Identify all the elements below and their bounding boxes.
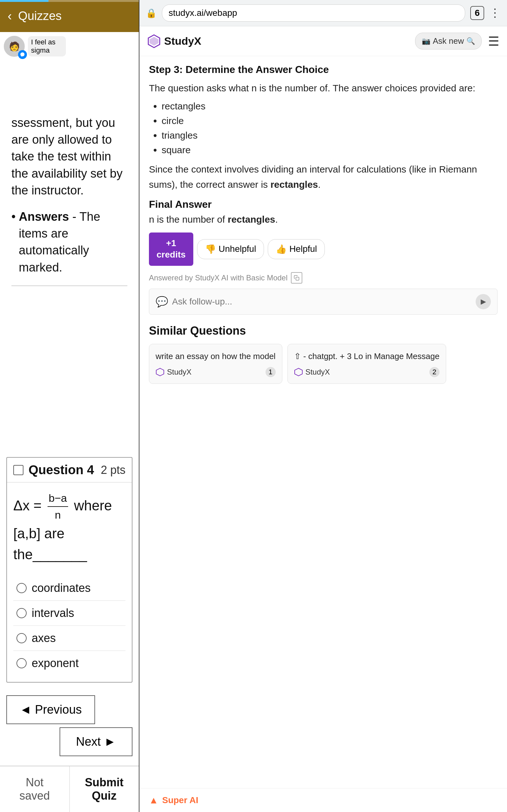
answer-option-1[interactable]: coordinates bbox=[13, 576, 125, 601]
final-answer-title: Final Answer bbox=[149, 199, 498, 210]
step-intro: The question asks what n is the number o… bbox=[149, 81, 498, 96]
svg-marker-4 bbox=[295, 368, 302, 376]
lock-icon: 🔒 bbox=[146, 8, 157, 18]
url-bar[interactable]: studyx.ai/webapp bbox=[162, 4, 465, 21]
context-end: . bbox=[318, 179, 321, 190]
right-panel: 🔒 studyx.ai/webapp 6 ⋮ StudyX 📷 Ask new … bbox=[139, 0, 507, 812]
answer-option-3[interactable]: axes bbox=[13, 626, 125, 651]
final-answer-bold: rectangles bbox=[228, 214, 275, 224]
follow-up-bar[interactable]: 💬 ▶ bbox=[149, 289, 498, 315]
final-answer-prefix: n is the number of bbox=[149, 214, 228, 224]
message-icon: 💬 bbox=[156, 296, 168, 308]
unhelpful-label: Unhelpful bbox=[219, 244, 256, 254]
studyx-logo: StudyX bbox=[147, 34, 201, 48]
option-label-1: coordinates bbox=[32, 581, 91, 595]
choice-triangles: triangles bbox=[162, 130, 498, 141]
progress-bar-fill bbox=[0, 0, 49, 2]
speech-bubble: I feel as sigma bbox=[28, 36, 66, 56]
similar-questions-title: Similar Questions bbox=[149, 324, 498, 338]
svg-marker-1 bbox=[150, 37, 158, 46]
similar-card-text-2: ⇧ - chatgpt. + 3 Lo in Manage Message bbox=[294, 351, 440, 362]
browser-chrome: 🔒 studyx.ai/webapp 6 ⋮ bbox=[139, 0, 507, 26]
question-box: Question 4 2 pts Δx = b−a n where [a,b] … bbox=[6, 457, 132, 682]
studyx-mini-logo-2 bbox=[294, 368, 303, 376]
copy-icon[interactable] bbox=[291, 272, 302, 284]
count-badge-2: 2 bbox=[429, 367, 440, 377]
studyx-header: StudyX 📷 Ask new 🔍 ☰ bbox=[139, 26, 507, 56]
answer-options: coordinates intervals axes exponent bbox=[7, 576, 132, 682]
super-ai-triangle-icon: ▲ bbox=[149, 795, 158, 806]
thumbs-down-icon: 👎 bbox=[205, 244, 216, 254]
svg-marker-3 bbox=[156, 368, 164, 376]
credits-button[interactable]: +1 credits bbox=[149, 233, 193, 266]
question-body: Δx = b−a n where [a,b] are the_______ bbox=[7, 483, 132, 576]
submit-quiz-button[interactable]: Submit Quiz bbox=[70, 766, 139, 812]
studyx-label-2: StudyX bbox=[305, 368, 330, 376]
studyx-mini-logo-1 bbox=[156, 368, 164, 376]
feedback-row: +1 credits 👎 Unhelpful 👍 Helpful bbox=[149, 233, 498, 266]
send-button[interactable]: ▶ bbox=[475, 294, 491, 309]
url-text: studyx.ai/webapp bbox=[169, 8, 237, 18]
avatar-row: 🧑 I feel as sigma bbox=[3, 35, 66, 57]
send-arrow-icon: ▶ bbox=[481, 298, 486, 306]
bullet-text: Answers - The items are automatically ma… bbox=[19, 208, 127, 276]
studyx-logo-text: StudyX bbox=[164, 35, 201, 47]
search-icon: 🔍 bbox=[466, 37, 475, 45]
final-answer-suffix: . bbox=[275, 214, 278, 224]
bullet-dot: • bbox=[11, 208, 15, 276]
intro-text: ssessment, but you are only allowed to t… bbox=[11, 114, 127, 199]
similar-card-1[interactable]: write an essay on how the model StudyX 1 bbox=[149, 344, 282, 384]
radio-1[interactable] bbox=[16, 583, 26, 593]
follow-up-input[interactable] bbox=[172, 297, 472, 307]
similar-card-footer-1: StudyX 1 bbox=[156, 367, 276, 377]
credits-label: +1 credits bbox=[157, 238, 186, 259]
progress-bar-container bbox=[0, 0, 139, 2]
numerator: b−a bbox=[48, 490, 68, 507]
radio-4[interactable] bbox=[16, 658, 26, 668]
unhelpful-button[interactable]: 👎 Unhelpful bbox=[197, 239, 264, 259]
final-answer-section: Final Answer n is the number of rectangl… bbox=[149, 199, 498, 225]
denominator: n bbox=[54, 507, 62, 523]
studyx-label-1: StudyX bbox=[167, 368, 191, 376]
studyx-logo-icon bbox=[147, 34, 161, 48]
question-checkbox[interactable] bbox=[13, 465, 23, 475]
previous-button[interactable]: ◄ Previous bbox=[6, 695, 95, 724]
super-ai-label: Super AI bbox=[162, 795, 199, 805]
choice-circle: circle bbox=[162, 115, 498, 126]
helpful-button[interactable]: 👍 Helpful bbox=[268, 239, 325, 259]
tab-count-badge[interactable]: 6 bbox=[470, 6, 484, 20]
avatar-area: 🧑 I feel as sigma bbox=[0, 35, 139, 64]
choice-square: square bbox=[162, 145, 498, 155]
next-button[interactable]: Next ► bbox=[60, 727, 132, 756]
option-label-2: intervals bbox=[32, 606, 74, 620]
similar-card-2[interactable]: ⇧ - chatgpt. + 3 Lo in Manage Message St… bbox=[287, 344, 446, 384]
answer-option-4[interactable]: exponent bbox=[13, 651, 125, 676]
similar-cards: write an essay on how the model StudyX 1… bbox=[149, 344, 498, 384]
question-header: Question 4 2 pts bbox=[7, 458, 132, 483]
option-label-3: axes bbox=[32, 631, 56, 645]
not-saved-button[interactable]: Not saved bbox=[0, 766, 70, 812]
speech-text: I feel as sigma bbox=[31, 38, 55, 54]
formula-prefix: Δx = bbox=[13, 498, 46, 513]
final-answer-text: n is the number of rectangles. bbox=[149, 214, 498, 225]
left-content: ssessment, but you are only allowed to t… bbox=[0, 64, 139, 457]
back-button[interactable]: ‹ bbox=[8, 9, 12, 23]
count-badge-1: 1 bbox=[266, 367, 276, 377]
radio-2[interactable] bbox=[16, 608, 26, 618]
step-title: Step 3: Determine the Answer Choice bbox=[149, 64, 498, 75]
browser-menu-icon[interactable]: ⋮ bbox=[489, 6, 501, 20]
answer-option-2[interactable]: intervals bbox=[13, 601, 125, 626]
answered-by-text: Answered by StudyX AI with Basic Model bbox=[149, 273, 288, 282]
option-label-4: exponent bbox=[32, 657, 78, 670]
super-ai-footer[interactable]: ▲ Super AI bbox=[139, 788, 507, 812]
answer-choices-list: rectangles circle triangles square bbox=[149, 101, 498, 155]
hamburger-icon[interactable]: ☰ bbox=[488, 34, 499, 49]
question-points: 2 pts bbox=[101, 463, 125, 477]
messenger-badge bbox=[18, 50, 27, 59]
avatar-wrapper: 🧑 bbox=[3, 35, 25, 57]
ask-new-label: Ask new bbox=[433, 36, 464, 46]
similar-card-footer-2: StudyX 2 bbox=[294, 367, 440, 377]
radio-3[interactable] bbox=[16, 633, 26, 643]
left-header: ‹ Quizzes bbox=[0, 0, 139, 32]
ask-new-button[interactable]: 📷 Ask new 🔍 bbox=[415, 33, 482, 49]
